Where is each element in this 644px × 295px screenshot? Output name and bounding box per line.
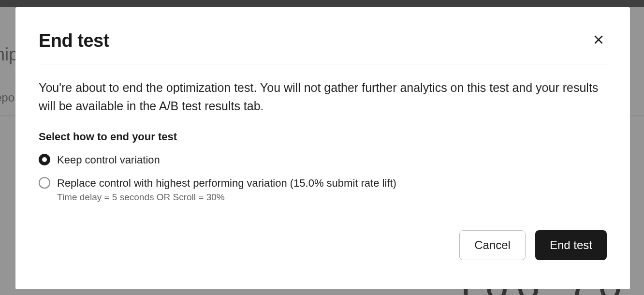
section-label: Select how to end your test [39, 131, 607, 143]
modal-title: End test [39, 30, 109, 51]
radio-indicator-icon [39, 154, 50, 165]
radio-group: Keep control variation Replace control w… [39, 153, 607, 203]
radio-indicator-icon [39, 177, 50, 189]
radio-content: Replace control with highest performing … [57, 176, 396, 203]
modal-header: End test [39, 30, 607, 64]
cancel-button[interactable]: Cancel [459, 230, 526, 260]
radio-option-replace-control[interactable]: Replace control with highest performing … [39, 176, 607, 203]
radio-label: Replace control with highest performing … [57, 176, 396, 191]
close-icon [592, 33, 605, 46]
modal-body: You're about to end the optimization tes… [39, 64, 607, 222]
modal-description: You're about to end the optimization tes… [39, 79, 607, 115]
radio-content: Keep control variation [57, 153, 160, 167]
radio-option-keep-control[interactable]: Keep control variation [39, 153, 607, 167]
radio-sublabel: Time delay = 5 seconds OR Scroll = 30% [57, 192, 396, 203]
close-button[interactable] [590, 31, 607, 49]
end-test-button[interactable]: End test [535, 230, 607, 260]
modal-footer: Cancel End test [39, 222, 607, 274]
end-test-modal: End test You're about to end the optimiz… [15, 7, 630, 289]
radio-label: Keep control variation [57, 153, 160, 167]
